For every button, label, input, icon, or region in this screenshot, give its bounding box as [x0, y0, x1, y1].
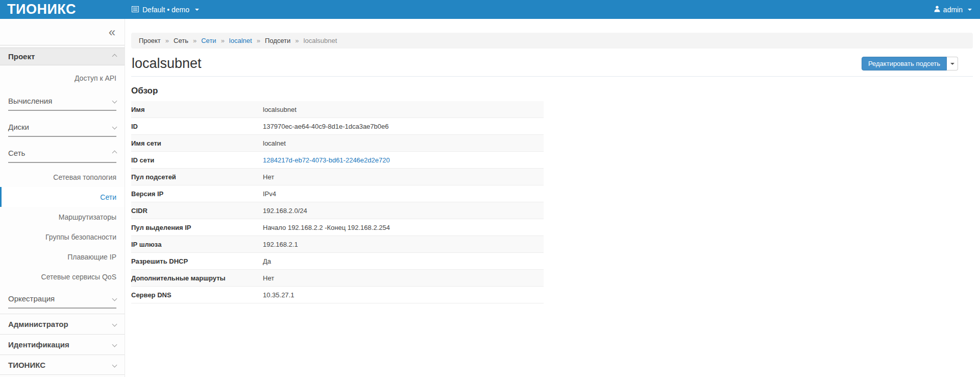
caret-down-icon	[950, 63, 954, 65]
sidebar-item-api-access[interactable]: Доступ к API	[0, 68, 125, 88]
double-angle-icon: »	[165, 37, 169, 44]
content-area: Проект » Сеть » Сети » localnet » Подсет…	[125, 19, 980, 377]
sidebar-section-tionix[interactable]: ТИОНИКС	[0, 355, 125, 375]
chevron-down-icon	[112, 322, 117, 327]
sidebar-panel-orchestration-label: Оркестрация	[8, 294, 55, 303]
projects-icon	[132, 6, 139, 14]
row-label: ID сети	[131, 156, 263, 164]
row-value: 137970ec-ae64-40c9-8d1e-1dca3ae7b0e6	[263, 123, 389, 130]
row-value: Начало 192.168.2.2 -Конец 192.168.2.254	[263, 224, 390, 231]
chevron-down-icon	[112, 98, 117, 103]
user-icon	[934, 6, 940, 14]
table-row: ID сети 1284217d-eb72-4073-bd61-2246e2d2…	[131, 152, 544, 169]
sidebar-section-admin[interactable]: Администратор	[0, 314, 125, 334]
row-label: IP шлюза	[131, 241, 263, 248]
sidebar-item-floating-ips[interactable]: Плавающие IP	[0, 247, 125, 267]
row-label: Дополнительные маршруты	[131, 274, 263, 282]
breadcrumb-item: Проект	[139, 37, 161, 44]
main-layout: « Проект Доступ к API Вычисления Диски С…	[0, 19, 980, 377]
table-row: IP шлюза 192.168.2.1	[131, 236, 544, 253]
edit-subnet-button[interactable]: Редактировать подсеть	[862, 57, 947, 70]
chevron-up-icon	[112, 150, 117, 155]
top-navbar: ТИОНИКС Default • demo admin	[0, 0, 980, 19]
table-row: Сервер DNS 10.35.27.1	[131, 287, 544, 303]
sidebar-panel-compute[interactable]: Вычисления	[0, 90, 125, 115]
page-actions: Редактировать подсеть	[862, 57, 958, 70]
row-value: 192.168.2.1	[263, 241, 298, 248]
chevron-down-icon	[112, 296, 117, 301]
row-label: ID	[131, 123, 263, 130]
breadcrumb-current: localsubnet	[304, 37, 337, 44]
edit-subnet-dropdown-toggle[interactable]	[947, 57, 958, 70]
row-label: CIDR	[131, 207, 263, 215]
row-value: Нет	[263, 274, 274, 282]
row-value: Нет	[263, 173, 274, 181]
table-row: ID 137970ec-ae64-40c9-8d1e-1dca3ae7b0e6	[131, 118, 544, 135]
caret-down-icon	[968, 9, 972, 11]
row-label: Пул выделения IP	[131, 224, 263, 231]
brand-logo[interactable]: ТИОНИКС	[0, 3, 125, 16]
network-id-link[interactable]: 1284217d-eb72-4073-bd61-2246e2d2e720	[263, 156, 390, 164]
sidebar-section-project-label: Проект	[8, 52, 35, 61]
breadcrumb-item: Сеть	[174, 37, 188, 44]
row-label: Пул подсетей	[131, 173, 263, 181]
chevron-down-icon	[112, 362, 117, 367]
sidebar-item-label: Сети	[100, 193, 116, 201]
table-row: CIDR 192.168.2.0/24	[131, 202, 544, 219]
row-value: localsubnet	[263, 106, 297, 113]
row-value: Да	[263, 257, 271, 265]
user-menu[interactable]: admin	[934, 6, 972, 14]
breadcrumb-link-localnet[interactable]: localnet	[229, 37, 252, 44]
sidebar-panel-network[interactable]: Сеть	[0, 143, 125, 167]
sidebar-item-label: Маршрутизаторы	[59, 213, 116, 221]
breadcrumb-item: Подсети	[265, 37, 290, 44]
row-value: 192.168.2.0/24	[263, 207, 307, 215]
row-value: 10.35.27.1	[263, 291, 294, 299]
sidebar-item-label: Доступ к API	[75, 74, 116, 82]
table-row: Пул выделения IP Начало 192.168.2.2 -Кон…	[131, 219, 544, 236]
breadcrumb: Проект » Сеть » Сети » localnet » Подсет…	[131, 33, 973, 49]
table-row: Имя сети localnet	[131, 135, 544, 152]
sidebar-section-project[interactable]: Проект	[0, 48, 125, 65]
sidebar-item-networks[interactable]: Сети	[0, 187, 125, 207]
double-angle-icon: »	[295, 37, 299, 44]
overview-heading: Обзор	[131, 86, 973, 96]
chevron-down-icon	[112, 342, 117, 347]
sidebar-panel-volumes[interactable]: Диски	[0, 116, 125, 141]
row-label: Разрешить DHCP	[131, 257, 263, 265]
row-value: localnet	[263, 139, 286, 147]
project-switcher[interactable]: Default • demo	[132, 6, 199, 14]
sidebar-item-label: Сетевые сервисы QoS	[41, 273, 116, 281]
sidebar-item-network-qos[interactable]: Сетевые сервисы QoS	[0, 267, 125, 287]
sidebar-item-label: Сетевая топология	[53, 173, 116, 181]
sidebar-section-identity-label: Идентификация	[8, 340, 69, 349]
page-header: localsubnet Редактировать подсеть	[131, 56, 973, 77]
sidebar-panel-orchestration[interactable]: Оркестрация	[0, 288, 125, 313]
breadcrumb-link-networks[interactable]: Сети	[201, 37, 216, 44]
row-label: Сервер DNS	[131, 291, 263, 299]
project-switcher-label: Default • demo	[142, 6, 189, 14]
caret-down-icon	[195, 9, 199, 11]
table-row: Дополнительные маршруты Нет	[131, 270, 544, 287]
row-value: IPv4	[263, 190, 276, 198]
sidebar-item-label: Плавающие IP	[67, 253, 116, 261]
sidebar-section-identity[interactable]: Идентификация	[0, 334, 125, 355]
sidebar-collapse-button[interactable]: «	[109, 26, 115, 38]
page-title: localsubnet	[131, 56, 202, 72]
sidebar-panel-network-label: Сеть	[8, 149, 25, 157]
chevron-up-icon	[112, 54, 117, 59]
sidebar-item-security-groups[interactable]: Группы безопасности	[0, 227, 125, 247]
overview-table: Имя localsubnet ID 137970ec-ae64-40c9-8d…	[131, 101, 544, 303]
double-angle-icon: »	[221, 37, 225, 44]
table-row: Пул подсетей Нет	[131, 169, 544, 185]
user-menu-label: admin	[943, 6, 963, 14]
sidebar-item-network-topology[interactable]: Сетевая топология	[0, 167, 125, 187]
table-row: Имя localsubnet	[131, 101, 544, 118]
sidebar-collapse-row: «	[0, 19, 125, 45]
sidebar: « Проект Доступ к API Вычисления Диски С…	[0, 19, 125, 377]
table-row: Разрешить DHCP Да	[131, 253, 544, 270]
sidebar-item-routers[interactable]: Маршрутизаторы	[0, 207, 125, 227]
sidebar-panel-compute-label: Вычисления	[8, 97, 52, 105]
double-angle-icon: »	[193, 37, 197, 44]
sidebar-item-label: Группы безопасности	[45, 233, 116, 241]
